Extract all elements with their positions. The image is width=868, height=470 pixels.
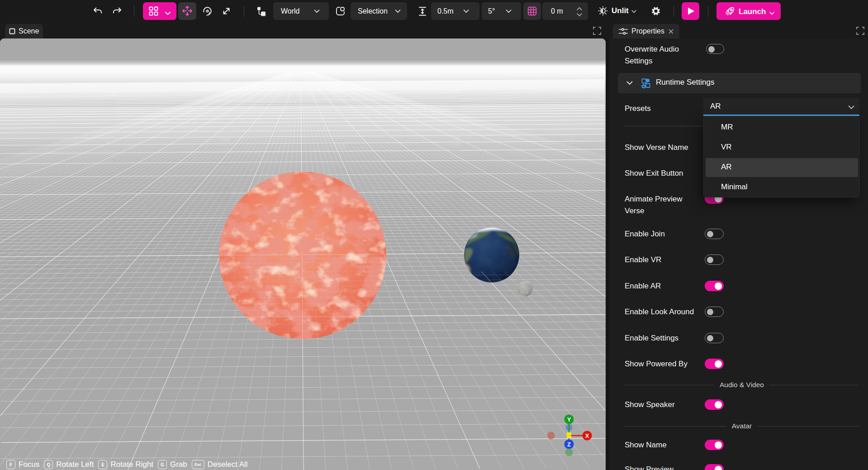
- svg-text:Z: Z: [567, 441, 571, 448]
- svg-text:Y: Y: [567, 416, 571, 423]
- svg-text:X: X: [585, 432, 589, 439]
